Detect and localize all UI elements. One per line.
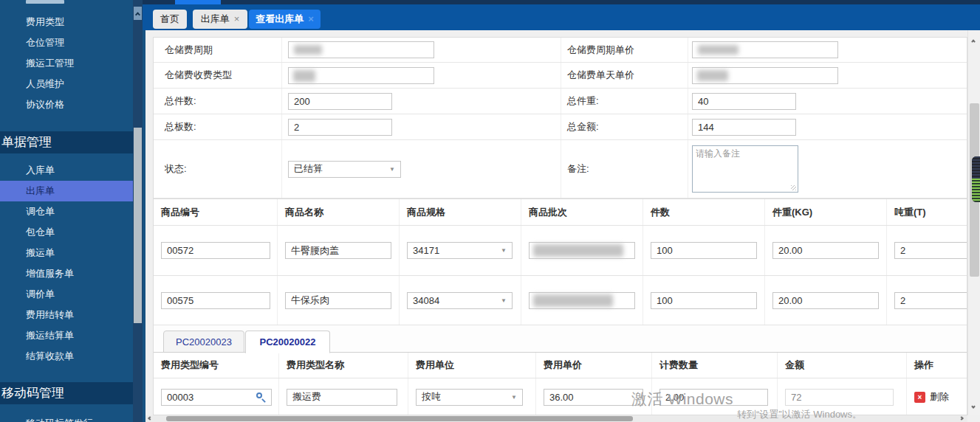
close-icon[interactable]: × bbox=[234, 13, 240, 24]
sidebar-group-mobile-code-management[interactable]: 移动码管理 bbox=[0, 382, 133, 404]
sidebar-group-mobile-code: 移动码标签发行 bbox=[0, 413, 133, 422]
product-spec-select[interactable]: 34084▼ bbox=[407, 292, 513, 309]
product-name-input[interactable] bbox=[285, 242, 391, 259]
scroll-left-icon[interactable] bbox=[148, 416, 152, 421]
field-label: 总金额: bbox=[561, 114, 688, 139]
windows-activation-watermark-line2: 转到“设置”以激活 Windows。 bbox=[737, 408, 862, 421]
sidebar-item-agreement-price[interactable]: 协议价格 bbox=[0, 94, 133, 115]
resize-handle[interactable] bbox=[791, 185, 796, 190]
delete-button[interactable]: × 删除 bbox=[914, 390, 949, 404]
redacted-value bbox=[293, 70, 315, 82]
product-spec-value: 34084 bbox=[413, 295, 439, 306]
field-label: 仓储费周期单价 bbox=[561, 38, 688, 62]
column-header: 商品名称 bbox=[278, 199, 400, 225]
search-icon[interactable] bbox=[256, 392, 266, 402]
close-icon[interactable]: × bbox=[308, 13, 314, 24]
table-row: 34171▼ bbox=[154, 226, 967, 276]
product-unit-weight-input[interactable] bbox=[772, 242, 879, 259]
tab-bar: 首页 出库单× 查看出库单× bbox=[143, 0, 980, 30]
chevron-up-icon bbox=[135, 12, 140, 17]
form-row-storage-fee-type: 仓储费收费类型 仓储费单天单价 bbox=[154, 63, 967, 89]
product-spec-select[interactable]: 34171▼ bbox=[407, 242, 513, 259]
fee-amount-input[interactable] bbox=[785, 389, 894, 406]
scroll-up-icon[interactable] bbox=[971, 40, 976, 44]
sidebar-item-inbound-order[interactable]: 入库单 bbox=[0, 160, 133, 181]
sidebar-item-value-added-service-order[interactable]: 增值服务单 bbox=[0, 263, 133, 284]
column-header: 金额 bbox=[778, 353, 907, 378]
sidebar-item-fee-carryover-order[interactable]: 费用结转单 bbox=[0, 305, 133, 325]
sidebar-item-personnel-maintenance[interactable]: 人员维护 bbox=[0, 74, 133, 94]
product-code-input[interactable] bbox=[161, 292, 270, 309]
form-row-status-remark: 状态: 已结算 ▼ 备注: bbox=[154, 140, 967, 198]
field-label: 总件数: bbox=[154, 89, 281, 114]
horizontal-scrollbar-thumb[interactable] bbox=[166, 416, 633, 421]
tab-home[interactable]: 首页 bbox=[153, 10, 187, 29]
tab-view-outbound-order[interactable]: 查看出库单× bbox=[249, 10, 321, 29]
fee-type-name-input[interactable] bbox=[287, 389, 397, 406]
fee-unit-value: 按吨 bbox=[422, 390, 441, 404]
column-header: 费用单位 bbox=[408, 353, 536, 378]
total-pieces-input[interactable] bbox=[288, 93, 392, 110]
fee-tab-pc20020022[interactable]: PC20020022 bbox=[245, 331, 330, 353]
content-left-strip bbox=[143, 30, 145, 422]
chevron-down-icon: ▼ bbox=[389, 166, 395, 173]
redacted-value bbox=[533, 294, 613, 307]
tab-outbound-order[interactable]: 出库单× bbox=[193, 10, 247, 29]
chevron-down-icon: ▼ bbox=[501, 297, 507, 304]
product-tonnage-input[interactable] bbox=[894, 292, 967, 309]
sidebar-scrollbar[interactable] bbox=[133, 0, 143, 422]
product-tonnage-input[interactable] bbox=[894, 242, 967, 259]
sidebar-item-transfer-order[interactable]: 调仓单 bbox=[0, 201, 133, 222]
sidebar-scroll-up-button[interactable] bbox=[134, 7, 142, 20]
fee-tab-pc20020023[interactable]: PC20020023 bbox=[163, 331, 244, 353]
sidebar-group-document-management[interactable]: 单据管理 bbox=[0, 131, 133, 153]
field-label: 备注: bbox=[561, 140, 688, 198]
redacted-value bbox=[698, 45, 739, 55]
sidebar-item-outbound-order[interactable]: 出库单 bbox=[0, 181, 133, 201]
product-code-input[interactable] bbox=[161, 242, 270, 259]
top-nav-active-indicator bbox=[175, 0, 221, 4]
main-vertical-scrollbar[interactable] bbox=[967, 30, 980, 415]
status-select-value: 已结算 bbox=[294, 162, 323, 176]
sidebar-scrollbar-thumb[interactable] bbox=[134, 128, 142, 323]
top-strip bbox=[143, 0, 980, 4]
product-name-input[interactable] bbox=[285, 292, 391, 309]
column-header: 费用类型名称 bbox=[279, 353, 408, 378]
product-qty-input[interactable] bbox=[651, 292, 757, 309]
product-unit-weight-input[interactable] bbox=[772, 292, 879, 309]
tab-outbound-order-label: 出库单 bbox=[201, 13, 230, 24]
scroll-right-icon[interactable] bbox=[959, 416, 964, 421]
remark-textarea[interactable] bbox=[692, 145, 798, 193]
product-qty-input[interactable] bbox=[651, 242, 757, 259]
total-weight-input[interactable] bbox=[692, 93, 796, 110]
status-select[interactable]: 已结算 ▼ bbox=[288, 161, 401, 178]
sidebar-item-price-adjustment-order[interactable]: 调价单 bbox=[0, 284, 133, 305]
fee-unit-select[interactable]: 按吨▼ bbox=[416, 389, 523, 406]
sidebar-item-slot-management[interactable]: 仓位管理 bbox=[0, 32, 133, 53]
total-pallets-input[interactable] bbox=[288, 119, 392, 136]
sidebar-item-partial[interactable] bbox=[26, 0, 64, 4]
field-label: 仓储费单天单价 bbox=[561, 63, 688, 88]
overlay-widget[interactable] bbox=[972, 156, 980, 202]
field-label: 仓储费收费类型 bbox=[154, 63, 281, 88]
total-amount-input[interactable] bbox=[692, 119, 796, 136]
column-header: 操作 bbox=[907, 353, 967, 378]
sidebar-item-handling-settlement-order[interactable]: 搬运结算单 bbox=[0, 325, 133, 346]
fee-unit-price-input[interactable] bbox=[544, 389, 643, 406]
sidebar-item-handling-order[interactable]: 搬运单 bbox=[0, 243, 133, 263]
sidebar-item-porter-management[interactable]: 搬运工管理 bbox=[0, 53, 133, 74]
sidebar-item-mobile-code-label-issue[interactable]: 移动码标签发行 bbox=[0, 413, 133, 422]
column-header: 商品规格 bbox=[400, 199, 521, 225]
tab-home-label: 首页 bbox=[160, 13, 179, 24]
sidebar-item-settlement-receipt-order[interactable]: 结算收款单 bbox=[0, 346, 133, 367]
scroll-down-icon[interactable] bbox=[971, 404, 976, 409]
column-header: 计费数量 bbox=[652, 353, 778, 378]
form-row-total-pieces: 总件数: 总件重: bbox=[154, 89, 967, 114]
redacted-value bbox=[294, 45, 322, 55]
column-header: 费用单价 bbox=[536, 353, 652, 378]
sidebar-item-package-warehouse-order[interactable]: 包仓单 bbox=[0, 222, 133, 243]
tab-view-outbound-order-label: 查看出库单 bbox=[256, 13, 304, 24]
sidebar-item-fee-type[interactable]: 费用类型 bbox=[0, 12, 133, 32]
column-header: 费用类型编号 bbox=[154, 353, 279, 378]
sidebar: 费用类型 仓位管理 搬运工管理 人员维护 协议价格 单据管理 入库单 出库单 调… bbox=[0, 0, 143, 422]
